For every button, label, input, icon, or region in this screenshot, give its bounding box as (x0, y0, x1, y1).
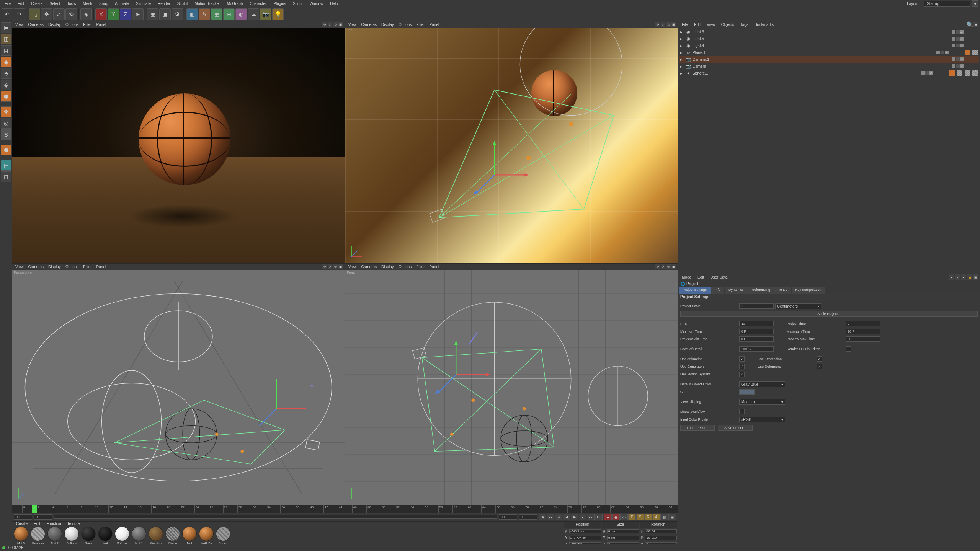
deformer-button[interactable]: ◐ (235, 8, 247, 20)
softselect-button[interactable]: S (1, 129, 11, 140)
material-item[interactable]: Mat.3 (13, 527, 29, 545)
keyframe-sel-button[interactable]: ◇ (620, 514, 628, 520)
attr-loadpreset-button[interactable]: Load Preset... (680, 425, 715, 431)
object-tag-icon[interactable] (949, 70, 955, 76)
vp3-cameras[interactable]: Cameras (27, 265, 46, 269)
next-key-button[interactable]: ▸▸ (587, 514, 595, 520)
attr-renderlod-checkbox[interactable] (846, 346, 851, 352)
tweak-button[interactable]: ⬣ (1, 145, 11, 155)
render-vis-icon[interactable] (956, 57, 960, 61)
key-pos-button[interactable]: P (628, 514, 636, 520)
object-row[interactable]: ▸ ▱ Plane.1 ✓ (679, 49, 979, 56)
vp3-panel[interactable]: Panel (95, 265, 108, 269)
obj-file[interactable]: File (679, 23, 690, 27)
menu-help[interactable]: Help (327, 1, 341, 7)
timeline-end-field[interactable]: 90 F (499, 514, 517, 520)
attr-color-swatch[interactable] (739, 389, 755, 395)
vp1-nav1-icon[interactable]: ✥ (322, 22, 327, 27)
attr-lod-input[interactable]: 100 % (739, 346, 774, 352)
render-vis-icon[interactable] (925, 71, 929, 75)
expand-icon[interactable]: ▸ (680, 71, 684, 75)
environment-button[interactable]: ☁ (248, 8, 259, 20)
attr-usegen-checkbox[interactable]: ✓ (739, 364, 745, 369)
axis-button[interactable]: ✥ (1, 106, 11, 117)
material-item[interactable]: Wooden (148, 527, 164, 545)
menu-select[interactable]: Select (46, 1, 63, 7)
obj-objects[interactable]: Objects (719, 23, 737, 27)
object-tag-icon[interactable] (972, 70, 978, 76)
x-axis-lock[interactable]: X (95, 8, 107, 20)
object-row[interactable]: ▸ 📷 Camera.1 ✓ (679, 56, 979, 63)
material-item[interactable]: Random (30, 527, 46, 545)
y-axis-lock[interactable]: Y (108, 8, 119, 20)
attr-useanim-checkbox[interactable]: ✓ (739, 356, 745, 362)
vp2-nav4-icon[interactable]: ▣ (671, 22, 676, 27)
viewport-top-canvas[interactable]: Top (345, 28, 678, 263)
light-button[interactable]: 💡 (272, 8, 284, 20)
vp1-filter[interactable]: Filter (82, 23, 93, 27)
menu-character[interactable]: Character (247, 1, 270, 7)
menu-create[interactable]: Create (28, 1, 46, 7)
attr-usemotion-checkbox[interactable]: ✓ (739, 372, 745, 377)
attr-defcolor-select[interactable]: Gray-Blue▾ (739, 381, 785, 387)
attr-new-icon[interactable]: ▣ (973, 274, 978, 280)
texture-mode-button[interactable]: ▦ (1, 45, 11, 56)
rotate-tool[interactable]: ⟲ (65, 8, 77, 20)
attr-tab-projectsettings[interactable]: Project Settings (679, 287, 710, 294)
attr-fps-input[interactable]: 30 (739, 321, 774, 326)
pen-tool[interactable]: ✎ (199, 8, 210, 20)
undo-button[interactable]: ↶ (2, 8, 13, 20)
vp2-view[interactable]: View (347, 23, 358, 27)
prev-frame-button[interactable]: ◂ (555, 514, 562, 520)
coord-rot-input[interactable]: -29.219 ° (645, 536, 677, 540)
obj-edit[interactable]: Edit (692, 23, 703, 27)
vp2-display[interactable]: Display (380, 23, 395, 27)
material-item[interactable]: Mat.2 (47, 527, 63, 545)
layout-config-icon[interactable]: ▾ (972, 0, 978, 7)
obj-enable-icon[interactable]: ✓ (960, 30, 964, 34)
vp4-nav2-icon[interactable]: ⤢ (661, 264, 665, 269)
attr-nav-back-icon[interactable]: ◂ (949, 274, 954, 280)
attr-tab-referencing[interactable]: Referencing (748, 287, 774, 294)
redo-button[interactable]: ↷ (14, 8, 25, 20)
vp2-nav2-icon[interactable]: ⤢ (661, 22, 665, 27)
coord-rot-input[interactable]: -38.54 ° (645, 529, 677, 533)
attr-tab-keyinterp[interactable]: Key Interpolation (792, 287, 825, 294)
vp1-options[interactable]: Options (64, 23, 80, 27)
vp2-cameras[interactable]: Cameras (360, 23, 379, 27)
vp4-cameras[interactable]: Cameras (360, 265, 379, 269)
object-row[interactable]: ▸ 📷 Camera ✓ (679, 63, 979, 70)
vp2-nav1-icon[interactable]: ✥ (655, 22, 660, 27)
key-param-button[interactable]: A (652, 514, 660, 520)
material-item[interactable]: Darker (215, 527, 231, 545)
attr-projectscale-unit[interactable]: Centimeters▾ (775, 303, 821, 309)
select-tool[interactable]: ⬚ (29, 8, 40, 20)
snap-button[interactable]: ◎ (1, 118, 11, 129)
vp1-view[interactable]: View (14, 23, 25, 27)
vp2-options[interactable]: Options (397, 23, 413, 27)
menu-simulate[interactable]: Simulate (133, 1, 154, 7)
attr-userdata[interactable]: User Data (708, 275, 730, 279)
camera-button[interactable]: 📷 (260, 8, 271, 20)
coord-system[interactable]: ⊕ (132, 8, 144, 20)
render-vis-icon[interactable] (956, 44, 960, 47)
viewport-front-canvas[interactable]: Front (345, 270, 678, 505)
object-tag-icon[interactable] (972, 50, 978, 55)
object-row[interactable]: ▸ ◉ Light.5 ✓ (679, 35, 979, 42)
vp4-nav4-icon[interactable]: ▣ (671, 264, 676, 269)
attr-prevmin-input[interactable]: 0 F (739, 336, 774, 342)
record-button[interactable]: ● (604, 514, 612, 520)
viewport-render-canvas[interactable] (12, 28, 345, 263)
attr-prevmax-input[interactable]: 90 F (846, 336, 880, 342)
attr-lock-icon[interactable]: 🔒 (967, 274, 972, 280)
material-item[interactable]: Black (80, 527, 96, 545)
vp4-view[interactable]: View (347, 265, 358, 269)
coord-size-input[interactable]: 0 cm (607, 529, 639, 533)
menu-animate[interactable]: Animate (112, 1, 132, 7)
object-tag-icon[interactable] (957, 70, 962, 76)
menu-sculpt[interactable]: Sculpt (174, 1, 191, 7)
timeline-current-field[interactable]: 0 F (34, 514, 52, 520)
vp1-nav4-icon[interactable]: ▣ (338, 22, 343, 27)
attr-linearwf-checkbox[interactable]: ✓ (739, 409, 745, 414)
vp3-display[interactable]: Display (47, 265, 62, 269)
